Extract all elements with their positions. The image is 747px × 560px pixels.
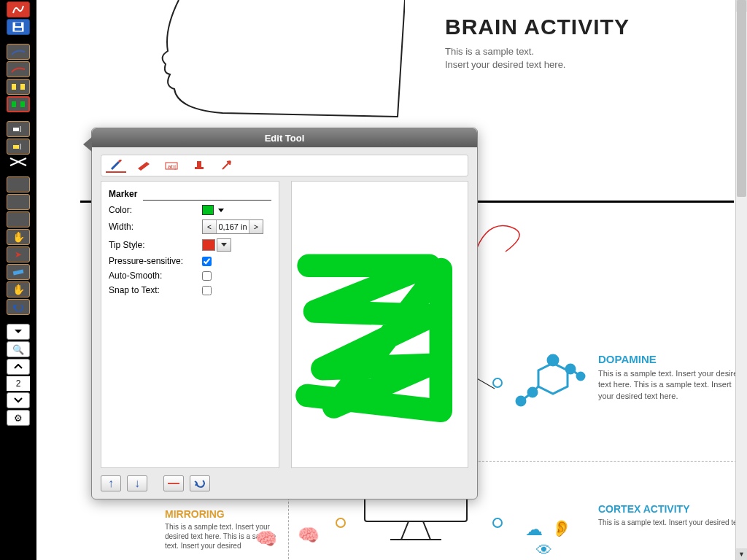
width-decrease[interactable]: < xyxy=(203,220,216,233)
text-tool-1[interactable] xyxy=(7,121,30,137)
svg-rect-5 xyxy=(12,101,16,107)
ear-icon: 👂 xyxy=(551,519,571,538)
cortex-heading: CORTEX ACTIVITY xyxy=(598,503,744,516)
section-label: Marker xyxy=(109,189,137,199)
page-up-button[interactable] xyxy=(7,359,30,375)
eraser-tool[interactable] xyxy=(7,264,30,280)
dialog-title: Edit Tool xyxy=(92,128,477,147)
scroll-down-button[interactable]: ▼ xyxy=(736,548,747,560)
red-mark xyxy=(471,219,536,262)
brain-icon-1: 🧠 xyxy=(255,529,277,549)
tipstyle-label: Tip Style: xyxy=(109,240,202,250)
search-icon: 🔍 xyxy=(12,344,24,355)
shape-tool-2[interactable] xyxy=(7,194,30,210)
move-up-button[interactable]: ↑ xyxy=(101,475,121,491)
tipstyle-dropdown[interactable] xyxy=(217,238,231,252)
reset-button[interactable] xyxy=(190,475,210,491)
autosmooth-label: Auto-Smooth: xyxy=(109,271,202,281)
save-button[interactable] xyxy=(7,19,30,35)
left-toolbar: ✋ ➤ ✋ 🔍 ⚙ xyxy=(0,0,36,560)
edit-tool-dialog: Edit Tool ab| Marker Color: xyxy=(91,128,478,499)
svg-rect-11 xyxy=(13,270,24,276)
highlighter-yellow[interactable] xyxy=(7,79,30,95)
settings-button[interactable]: ⚙ xyxy=(7,410,30,426)
dialog-tab-bar: ab| xyxy=(101,155,468,176)
svg-rect-25 xyxy=(197,161,201,167)
width-label: Width: xyxy=(109,222,202,232)
node-circle-3 xyxy=(492,518,503,528)
width-stepper[interactable]: < > xyxy=(202,219,263,234)
page-title: BRAIN ACTIVITY xyxy=(445,15,630,39)
brain-icon-2: 🧠 xyxy=(298,525,320,545)
svg-rect-4 xyxy=(20,84,25,90)
svg-rect-2 xyxy=(15,28,22,31)
dopamine-body: This is a sample text. Insert your desir… xyxy=(598,368,744,402)
dialog-pointer xyxy=(83,137,92,152)
scroll-thumb[interactable] xyxy=(737,0,746,197)
tab-arrow[interactable] xyxy=(217,158,237,173)
collapse-chevron-icon[interactable] xyxy=(7,156,30,168)
text-tool-2[interactable] xyxy=(7,139,30,155)
svg-point-13 xyxy=(548,355,558,365)
pointer-tool[interactable]: ➤ xyxy=(7,246,30,262)
svg-rect-1 xyxy=(15,23,21,26)
pressure-label: Pressure-sensitive: xyxy=(109,256,202,266)
cortex-body: This is a sample text. Insert your desir… xyxy=(598,518,744,527)
pen-tool-2[interactable] xyxy=(7,61,30,77)
tab-pen[interactable] xyxy=(106,158,126,173)
dialog-preview-panel xyxy=(291,181,468,468)
eye-icon: 👁 xyxy=(536,541,552,560)
svg-rect-26 xyxy=(195,167,204,169)
svg-rect-7 xyxy=(13,128,19,131)
tipstyle-swatch[interactable] xyxy=(202,239,215,251)
width-increase[interactable]: > xyxy=(249,220,263,233)
snap-label: Snap to Text: xyxy=(109,285,202,295)
color-dropdown[interactable] xyxy=(218,209,224,212)
mirroring-heading: MIRRORING xyxy=(165,508,282,520)
document-canvas[interactable]: BRAIN ACTIVITY This is a sample text.Ins… xyxy=(36,0,747,560)
expand-down-button[interactable] xyxy=(7,324,30,340)
move-down-button[interactable]: ↓ xyxy=(127,475,147,491)
shape-tool-1[interactable] xyxy=(7,176,30,192)
node-circle-2 xyxy=(336,518,346,528)
svg-rect-6 xyxy=(20,101,25,107)
color-swatch[interactable] xyxy=(202,205,214,215)
page-number-input[interactable] xyxy=(7,376,30,391)
tab-highlighter[interactable] xyxy=(133,158,154,173)
marker-preview xyxy=(292,182,468,487)
shape-tool-3[interactable] xyxy=(7,211,30,228)
dopamine-heading: DOPAMINE xyxy=(598,353,744,365)
node-circle-1 xyxy=(492,378,503,388)
svg-rect-3 xyxy=(12,84,16,90)
svg-text:ab|: ab| xyxy=(168,163,176,170)
remove-button[interactable]: — xyxy=(163,475,184,491)
app-logo-button[interactable] xyxy=(7,1,30,18)
hand-tool-2[interactable]: ✋ xyxy=(7,281,30,298)
cloud-icon: ☁ xyxy=(525,519,543,540)
page-subtitle: This is a sample text.Insert your desire… xyxy=(445,45,630,71)
tab-text[interactable]: ab| xyxy=(161,158,182,173)
zoom-button[interactable]: 🔍 xyxy=(7,341,30,357)
pressure-checkbox[interactable] xyxy=(202,257,212,266)
width-input[interactable] xyxy=(216,220,249,233)
dialog-properties-panel: Marker Color: Width: < > xyxy=(101,181,279,468)
undo-tool[interactable] xyxy=(7,299,30,315)
svg-marker-12 xyxy=(538,363,568,394)
highlighter-green[interactable] xyxy=(7,96,30,112)
page-down-button[interactable] xyxy=(7,392,30,408)
hand-tool-red[interactable]: ✋ xyxy=(7,229,30,245)
tab-stamp[interactable] xyxy=(189,158,209,173)
svg-rect-9 xyxy=(13,145,19,149)
vertical-scrollbar[interactable]: ▲ ▼ xyxy=(735,0,747,560)
gear-icon: ⚙ xyxy=(14,413,23,424)
autosmooth-checkbox[interactable] xyxy=(202,271,212,281)
head-silhouette xyxy=(150,0,405,120)
molecule-icon xyxy=(511,350,591,408)
snap-checkbox[interactable] xyxy=(202,286,212,295)
color-label: Color: xyxy=(109,205,202,215)
pen-tool-1[interactable] xyxy=(7,44,30,60)
